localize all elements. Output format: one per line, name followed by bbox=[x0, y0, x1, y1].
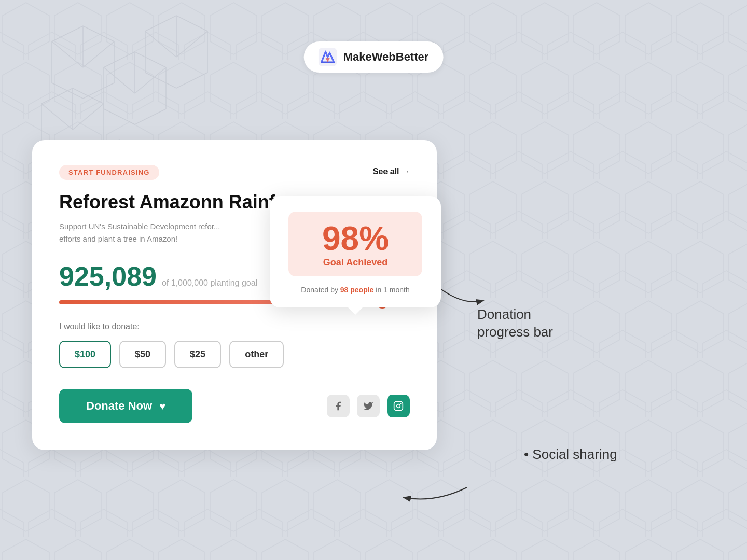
amount-button-25[interactable]: $25 bbox=[174, 341, 221, 368]
donate-label: I would like to donate: bbox=[59, 322, 410, 331]
amount-button-100[interactable]: $100 bbox=[59, 341, 111, 368]
facebook-icon bbox=[333, 401, 343, 411]
logo-pill: MakeWebBetter bbox=[304, 41, 444, 73]
twitter-icon-button[interactable] bbox=[357, 395, 380, 417]
percent-card: 98% Goal Achieved Donated by 98 people i… bbox=[270, 196, 441, 307]
bullet-dot: • bbox=[524, 446, 532, 462]
fundraising-badge: START FUNDRAISING bbox=[59, 165, 159, 180]
instagram-icon-button[interactable] bbox=[387, 395, 410, 417]
donated-post: in 1 month bbox=[374, 286, 409, 294]
percent-background: 98% Goal Achieved bbox=[288, 212, 422, 276]
amount-button-50[interactable]: $50 bbox=[119, 341, 166, 368]
instagram-icon bbox=[393, 401, 404, 411]
donate-now-button[interactable]: Donate Now ♥ bbox=[59, 389, 192, 423]
percent-number: 98% bbox=[288, 222, 422, 255]
social-icons bbox=[327, 395, 410, 417]
amount-button-other[interactable]: other bbox=[229, 341, 284, 368]
donated-people: 98 people bbox=[340, 286, 374, 294]
svg-rect-27 bbox=[394, 402, 403, 411]
donated-pre: Donated by bbox=[301, 286, 340, 294]
bottom-row: Donate Now ♥ bbox=[59, 389, 410, 423]
logo-text: MakeWebBetter bbox=[343, 50, 429, 64]
facebook-icon-button[interactable] bbox=[327, 395, 350, 417]
svg-point-28 bbox=[397, 404, 400, 408]
annotation-progress-bar: Donation progress bar bbox=[477, 306, 553, 341]
amount-buttons: $100 $50 $25 other bbox=[59, 341, 410, 368]
svg-point-29 bbox=[400, 403, 402, 404]
donate-button-label: Donate Now bbox=[86, 399, 152, 413]
logo-icon bbox=[319, 48, 337, 66]
see-all-link[interactable]: See all → bbox=[373, 167, 410, 176]
amount-number: 925,089 bbox=[59, 261, 157, 292]
annotation-progress-text: Donation progress bar bbox=[477, 306, 553, 340]
social-sharing-arrow bbox=[394, 477, 477, 519]
campaign-description: Support UN's Sustainable Development ref… bbox=[59, 220, 303, 245]
heart-icon: ♥ bbox=[159, 400, 165, 412]
donated-text: Donated by 98 people in 1 month bbox=[288, 286, 422, 294]
annotation-social-sharing: • Social sharing bbox=[524, 446, 617, 464]
twitter-icon bbox=[363, 401, 374, 411]
amount-goal: of 1,000,000 planting goal bbox=[162, 278, 257, 288]
percent-label: Goal Achieved bbox=[288, 257, 422, 268]
annotation-social-text: Social sharing bbox=[532, 446, 617, 462]
